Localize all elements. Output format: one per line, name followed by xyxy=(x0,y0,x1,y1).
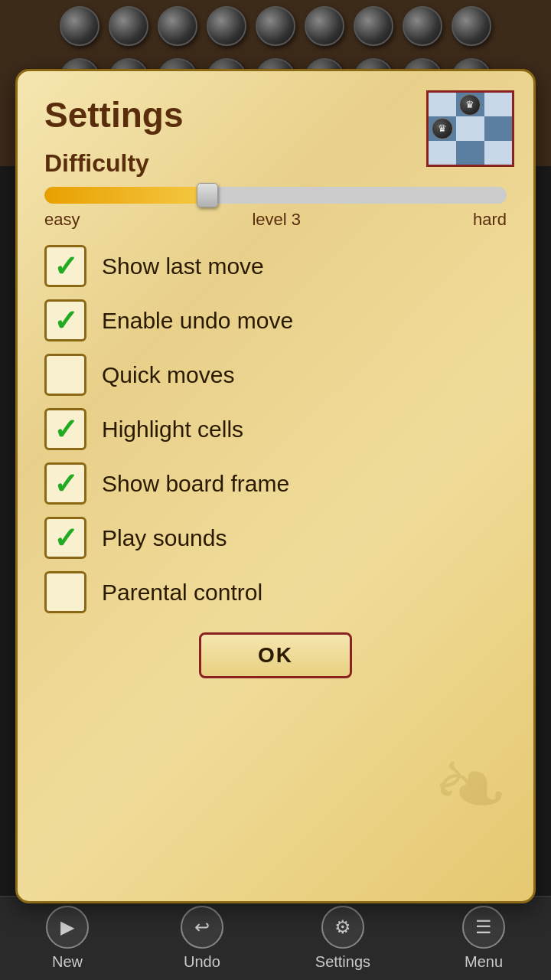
bottom-nav: ▶ New ↩ Undo ⚙ Settings ☰ Menu xyxy=(0,896,551,980)
piece-9 xyxy=(452,6,491,46)
piece-4 xyxy=(207,6,246,46)
checkbox-label-0: Show last move xyxy=(102,253,264,279)
checkbox-6[interactable] xyxy=(44,571,86,613)
checkbox-1[interactable]: ✓ xyxy=(44,299,86,341)
nav-item-undo[interactable]: ↩ Undo xyxy=(181,906,223,971)
preview-cell-5 xyxy=(456,116,484,140)
nav-label-settings: Settings xyxy=(315,953,370,971)
label-easy: easy xyxy=(44,210,80,230)
piece-3 xyxy=(158,6,197,46)
preview-cell-2: ♛ xyxy=(456,93,484,116)
piece-2 xyxy=(109,6,148,46)
slider-track[interactable] xyxy=(44,187,507,204)
checkbox-row-1[interactable]: ✓Enable undo move xyxy=(44,299,507,341)
play-icon: ▶ xyxy=(46,906,89,949)
checkbox-row-6[interactable]: Parental control xyxy=(44,571,507,613)
checkbox-label-2: Quick moves xyxy=(102,362,234,388)
decorative-floral: ❧ xyxy=(421,725,523,848)
nav-label-undo: Undo xyxy=(184,953,220,971)
checkbox-row-4[interactable]: ✓Show board frame xyxy=(44,462,507,505)
checkbox-4[interactable]: ✓ xyxy=(44,462,86,505)
checkbox-row-3[interactable]: ✓Highlight cells xyxy=(44,408,507,450)
preview-cell-7 xyxy=(429,141,456,165)
preview-cell-3 xyxy=(484,93,512,116)
nav-label-menu: Menu xyxy=(465,953,503,971)
checkbox-0[interactable]: ✓ xyxy=(44,245,86,287)
checkbox-row-0[interactable]: ✓Show last move xyxy=(44,245,507,287)
difficulty-slider-container[interactable] xyxy=(44,187,507,204)
checkbox-label-3: Highlight cells xyxy=(102,416,243,443)
checkmark-1: ✓ xyxy=(54,306,78,335)
piece-8 xyxy=(403,6,442,46)
piece-1 xyxy=(60,6,99,46)
slider-thumb[interactable] xyxy=(197,183,218,207)
page: A B C D E F G H 8 xyxy=(0,0,551,980)
nav-item-settings[interactable]: ⚙ Settings xyxy=(315,906,370,971)
checkboxes-container: ✓Show last move✓Enable undo moveQuick mo… xyxy=(44,245,507,613)
piece-6 xyxy=(305,6,344,46)
slider-labels: easy level 3 hard xyxy=(44,210,507,230)
checkmark-5: ✓ xyxy=(54,524,78,553)
checkbox-5[interactable]: ✓ xyxy=(44,517,86,559)
board-preview: ♛ ♛ xyxy=(426,90,514,167)
slider-fill xyxy=(44,187,206,204)
checkbox-label-4: Show board frame xyxy=(102,471,289,497)
checkmark-3: ✓ xyxy=(54,415,78,444)
checkbox-3[interactable]: ✓ xyxy=(44,408,86,450)
settings-panel: ♛ ♛ Settings Difficulty easy level 3 har xyxy=(15,69,536,903)
preview-cell-8 xyxy=(456,141,484,165)
checkmark-0: ✓ xyxy=(54,252,78,281)
label-hard: hard xyxy=(473,210,507,230)
preview-piece-king2: ♛ xyxy=(432,118,453,139)
preview-cell-6 xyxy=(484,116,512,140)
piece-7 xyxy=(354,6,393,46)
checkbox-row-5[interactable]: ✓Play sounds xyxy=(44,517,507,559)
crown-icon-2: ♛ xyxy=(438,122,447,134)
checkmark-4: ✓ xyxy=(54,469,78,498)
checkbox-row-2[interactable]: Quick moves xyxy=(44,354,507,396)
checkbox-label-6: Parental control xyxy=(102,580,262,606)
nav-item-menu[interactable]: ☰ Menu xyxy=(462,906,505,971)
preview-cell-4: ♛ xyxy=(429,116,456,140)
checkbox-label-1: Enable undo move xyxy=(102,308,293,334)
preview-piece-king: ♛ xyxy=(459,94,481,116)
settings-icon: ⚙ xyxy=(321,906,364,949)
menu-icon: ☰ xyxy=(462,906,505,949)
checkbox-label-5: Play sounds xyxy=(102,525,227,551)
ok-button[interactable]: OK xyxy=(199,632,352,678)
checkbox-2[interactable] xyxy=(44,354,86,396)
nav-item-new[interactable]: ▶ New xyxy=(46,906,89,971)
crown-icon: ♛ xyxy=(465,99,474,110)
undo-icon: ↩ xyxy=(181,906,223,949)
preview-cell-9 xyxy=(484,141,512,165)
pieces-row-1 xyxy=(0,0,551,52)
nav-label-new: New xyxy=(52,953,83,971)
preview-cell-1 xyxy=(429,93,456,116)
label-level: level 3 xyxy=(252,210,301,230)
piece-5 xyxy=(256,6,295,46)
